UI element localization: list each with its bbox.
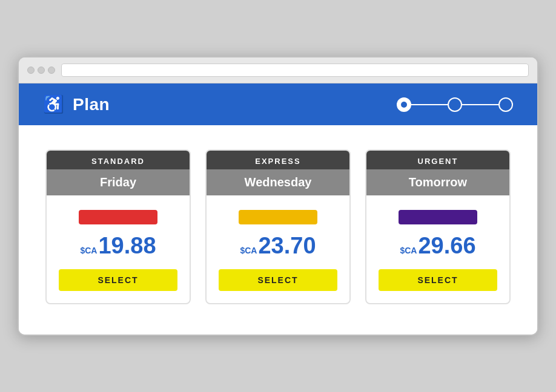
browser-chrome	[19, 57, 537, 83]
card-header-urgent: URGENT Tomorrow	[366, 151, 509, 195]
card-body-standard: $CA 19.88 SELECT	[47, 195, 190, 303]
select-button-express[interactable]: SELECT	[219, 269, 337, 291]
price-currency-express: $CA	[240, 246, 257, 255]
browser-dot-1	[27, 67, 35, 74]
card-label-standard: STANDARD	[47, 157, 190, 169]
price-currency-standard: $CA	[80, 246, 97, 255]
step-2	[448, 97, 462, 112]
card-day-urgent: Tomorrow	[409, 175, 467, 189]
address-bar[interactable]	[61, 64, 529, 77]
browser-window: ♿ Plan STANDARD Friday $CA 19.88	[18, 56, 538, 336]
color-bar-standard	[79, 210, 157, 224]
card-day-bar-express: Wednesday	[207, 169, 349, 195]
browser-dot-3	[48, 67, 55, 74]
card-header-express: EXPRESS Wednesday	[207, 151, 349, 195]
price-container-urgent: $CA 29.66	[400, 234, 475, 257]
step-line-2	[462, 104, 498, 105]
card-day-bar-urgent: Tomorrow	[366, 169, 509, 195]
card-header-standard: STANDARD Friday	[47, 151, 190, 195]
price-container-express: $CA 23.70	[240, 234, 316, 257]
cards-container: STANDARD Friday $CA 19.88 SELECT EXPRESS…	[43, 149, 513, 304]
card-urgent: URGENT Tomorrow $CA 29.66 SELECT	[365, 149, 511, 304]
price-container-standard: $CA 19.88	[80, 234, 156, 257]
price-currency-urgent: $CA	[400, 246, 417, 255]
color-bar-urgent	[399, 210, 477, 224]
card-day-bar-standard: Friday	[47, 169, 190, 195]
price-amount-standard: 19.88	[98, 234, 156, 257]
stepper	[397, 97, 513, 112]
card-label-urgent: URGENT	[366, 157, 509, 169]
wheelchair-icon: ♿	[43, 94, 64, 114]
price-amount-express: 23.70	[258, 234, 316, 257]
card-label-express: EXPRESS	[207, 157, 349, 169]
step-3	[498, 97, 513, 112]
card-standard: STANDARD Friday $CA 19.88 SELECT	[45, 149, 191, 304]
step-1	[397, 97, 411, 112]
card-express: EXPRESS Wednesday $CA 23.70 SELECT	[205, 149, 351, 304]
card-body-express: $CA 23.70 SELECT	[207, 195, 349, 303]
page-title: Plan	[73, 95, 110, 114]
header-left: ♿ Plan	[43, 94, 110, 114]
card-body-urgent: $CA 29.66 SELECT	[366, 195, 509, 303]
select-button-standard[interactable]: SELECT	[59, 269, 177, 291]
app-header: ♿ Plan	[19, 83, 537, 125]
color-bar-express	[239, 210, 317, 224]
step-line-1	[411, 104, 448, 105]
select-button-urgent[interactable]: SELECT	[379, 269, 497, 291]
card-day-standard: Friday	[100, 175, 136, 189]
price-amount-urgent: 29.66	[418, 234, 475, 257]
browser-dots	[27, 67, 55, 74]
browser-dot-2	[38, 67, 45, 74]
app-body: STANDARD Friday $CA 19.88 SELECT EXPRESS…	[19, 125, 537, 335]
card-day-express: Wednesday	[245, 175, 312, 189]
